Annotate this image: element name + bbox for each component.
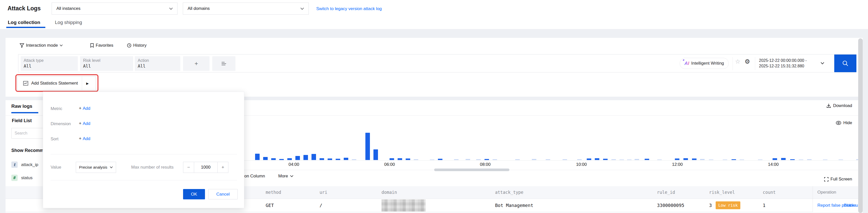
column-header-count[interactable]: count xyxy=(763,190,776,195)
divider xyxy=(755,57,755,70)
histogram-bar xyxy=(657,160,662,160)
history-button[interactable]: History xyxy=(127,42,147,49)
interaction-mode-button[interactable]: Interaction mode xyxy=(20,42,63,49)
domains-select[interactable]: All domains xyxy=(183,2,309,15)
operation-header: Operation xyxy=(817,190,836,195)
play-expand-icon[interactable]: ▶ xyxy=(86,81,89,85)
stepper-plus-button[interactable]: + xyxy=(217,162,228,173)
precise-analysis-select[interactable]: Precise analysis xyxy=(76,162,116,173)
sparkle-icon: ✦ xyxy=(682,58,684,62)
histogram-bar xyxy=(839,160,843,160)
query-filter-bar: Attack type All Risk level All Action Al… xyxy=(18,54,856,73)
column-header-attack-type[interactable]: attack_type xyxy=(495,190,524,195)
vertical-scrollbar-thumb[interactable] xyxy=(858,38,863,213)
more-label: More xyxy=(278,174,288,179)
chart-line-icon xyxy=(23,81,28,85)
histogram-bar xyxy=(700,159,705,160)
histogram-bar xyxy=(311,154,316,160)
instances-select[interactable]: All instances xyxy=(52,2,178,15)
stepper-minus-button[interactable]: − xyxy=(183,162,194,173)
history-label: History xyxy=(133,43,147,48)
column-header-domain[interactable]: domain xyxy=(381,190,397,195)
add-filter-button[interactable]: + xyxy=(183,56,210,71)
histogram-bar xyxy=(454,159,459,160)
intelligent-writing-label: Intelligent Writing xyxy=(691,61,724,66)
field-list-title: Field List xyxy=(12,118,32,124)
column-header-uri[interactable]: uri xyxy=(319,190,328,195)
more-button[interactable]: More xyxy=(278,174,293,179)
histogram-bar xyxy=(304,155,308,160)
histogram-bar xyxy=(493,159,497,160)
star-favorite-icon[interactable]: ☆ xyxy=(735,58,741,65)
field-item-status[interactable]: # status xyxy=(11,175,32,181)
ok-button[interactable]: OK xyxy=(183,189,205,199)
tab-log-shipping[interactable]: Log shipping xyxy=(55,20,82,25)
add-statistics-statement-button[interactable]: Add Statistics Statement ▶ xyxy=(18,76,96,90)
operation-cell: Report false positive Block user xyxy=(813,199,859,213)
gear-icon[interactable]: ⚙ xyxy=(745,58,750,65)
column-header-risk-level[interactable]: risk_level xyxy=(709,190,735,195)
column-header-method[interactable]: method xyxy=(266,190,281,195)
raw-logs-underline xyxy=(11,112,38,113)
value-label: Value xyxy=(51,165,61,170)
text-field-type-icon: t xyxy=(11,161,18,168)
interaction-mode-label: Interaction mode xyxy=(26,43,58,48)
favorites-button[interactable]: Favorites xyxy=(90,42,113,49)
tab-raw-logs[interactable]: Raw logs xyxy=(11,104,32,109)
search-button[interactable] xyxy=(834,54,857,72)
histogram-bar xyxy=(823,160,828,160)
histogram-bar xyxy=(587,159,591,160)
filter-chip-label: Risk level xyxy=(83,58,130,63)
precise-analysis-value: Precise analysis xyxy=(79,165,107,169)
intelligent-writing-button[interactable]: ✦AI Intelligent Writing xyxy=(680,58,729,69)
histogram-bar xyxy=(390,158,394,160)
histogram-bar xyxy=(611,159,616,160)
field-name: status xyxy=(21,176,32,181)
histogram-bar xyxy=(476,159,481,160)
date-range-picker[interactable]: 2025-12-22 00:00:00.000 - 2025-12-22 15:… xyxy=(759,58,817,69)
filter-chip-value: All xyxy=(83,63,130,69)
download-button[interactable]: Download xyxy=(827,103,852,108)
histogram-bar xyxy=(619,160,624,160)
field-item-attack-ip[interactable]: t attack_ip xyxy=(11,161,38,168)
histogram-bar xyxy=(430,160,434,160)
chevron-down-icon xyxy=(169,7,173,10)
histogram-bar xyxy=(532,159,536,160)
histogram-bar xyxy=(683,158,688,160)
full-screen-icon xyxy=(824,177,829,182)
attack-logs-page: Attack Logs All instances All domains Sw… xyxy=(0,0,868,213)
metric-add-button[interactable]: +Add xyxy=(79,106,90,111)
full-screen-label: Full Screen xyxy=(831,177,852,182)
field-name: attack_ip xyxy=(21,162,38,167)
filter-chip-value: All xyxy=(24,63,75,69)
histogram-bar xyxy=(740,160,744,160)
filter-chip-risk-level[interactable]: Risk level All xyxy=(80,56,133,71)
filter-list-button[interactable] xyxy=(212,56,236,71)
histogram-bar xyxy=(627,160,631,160)
filter-chip-value: All xyxy=(138,63,177,69)
active-tab-underline xyxy=(6,27,45,28)
cell-attack-type: Bot Management xyxy=(495,203,533,208)
dimension-add-button[interactable]: +Add xyxy=(79,121,90,126)
operation-column: Operation Report false positive Block us… xyxy=(813,186,859,213)
block-link[interactable]: Block user xyxy=(844,203,859,208)
legacy-version-link[interactable]: Switch to legacy version attack log xyxy=(316,6,382,11)
cancel-button[interactable]: Cancel xyxy=(208,189,238,199)
filter-chip-attack-type[interactable]: Attack type All xyxy=(21,56,78,71)
histogram-bar xyxy=(799,160,803,160)
metric-label: Metric xyxy=(51,106,62,111)
histogram-bar xyxy=(634,159,639,160)
histogram-bar xyxy=(279,159,284,160)
sort-add-button[interactable]: +Add xyxy=(79,136,90,141)
tab-log-collection[interactable]: Log collection xyxy=(8,20,40,25)
divider xyxy=(51,154,237,155)
histogram-bar xyxy=(790,159,795,160)
divider xyxy=(733,57,733,70)
histogram-bar xyxy=(296,156,300,160)
chevron-down-icon[interactable] xyxy=(821,62,824,64)
column-header-rule-id[interactable]: rule_id xyxy=(657,190,675,195)
histogram-bar xyxy=(515,159,520,160)
hide-chart-button[interactable]: Hide xyxy=(836,121,852,126)
full-screen-button[interactable]: Full Screen xyxy=(824,177,852,182)
filter-chip-action[interactable]: Action All xyxy=(135,56,180,71)
